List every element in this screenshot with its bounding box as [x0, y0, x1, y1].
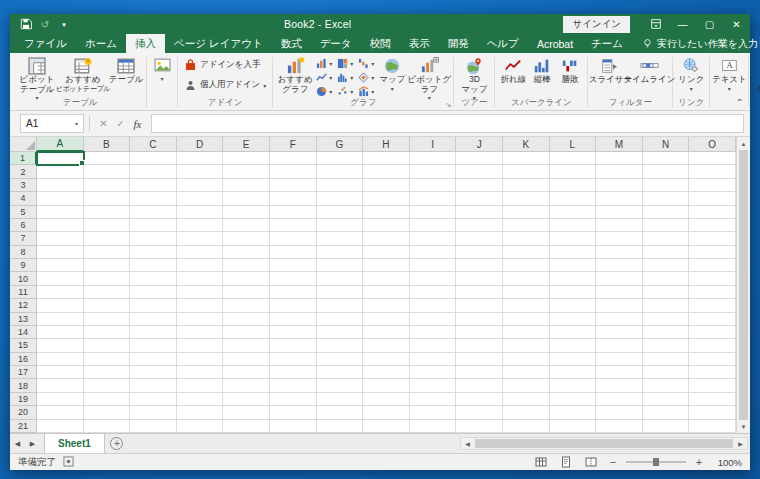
cell-J14[interactable]: [456, 326, 503, 339]
cell-D12[interactable]: [177, 299, 224, 312]
cell-F14[interactable]: [270, 326, 317, 339]
cell-N9[interactable]: [643, 259, 690, 272]
cell-A3[interactable]: [37, 179, 84, 192]
cell-B11[interactable]: [84, 286, 131, 299]
cell-L8[interactable]: [550, 246, 597, 259]
cell-J8[interactable]: [456, 246, 503, 259]
formula-input[interactable]: [151, 114, 744, 133]
scroll-right-icon[interactable]: ▶: [734, 440, 747, 447]
cell-A15[interactable]: [37, 339, 84, 352]
cell-N5[interactable]: [643, 206, 690, 219]
cell-I1[interactable]: [410, 152, 457, 165]
column-header-G[interactable]: G: [317, 137, 364, 152]
cell-K18[interactable]: [503, 379, 550, 392]
next-sheet-button[interactable]: ▶: [25, 434, 40, 453]
cell-J4[interactable]: [456, 192, 503, 205]
row-header-9[interactable]: 9: [10, 259, 37, 272]
cell-I18[interactable]: [410, 379, 457, 392]
maximize-button[interactable]: ▢: [696, 14, 723, 34]
cell-N20[interactable]: [643, 406, 690, 419]
cell-E15[interactable]: [223, 339, 270, 352]
cell-M6[interactable]: [596, 219, 643, 232]
cell-B12[interactable]: [84, 299, 131, 312]
row-header-1[interactable]: 1: [10, 152, 37, 165]
tab-team[interactable]: チーム: [582, 34, 632, 53]
cell-N7[interactable]: [643, 232, 690, 245]
row-header-2[interactable]: 2: [10, 165, 37, 178]
cell-N10[interactable]: [643, 272, 690, 285]
cell-M4[interactable]: [596, 192, 643, 205]
cell-L21[interactable]: [550, 420, 597, 433]
cell-I20[interactable]: [410, 406, 457, 419]
cell-E14[interactable]: [223, 326, 270, 339]
cell-M15[interactable]: [596, 339, 643, 352]
cell-C15[interactable]: [130, 339, 177, 352]
cell-I17[interactable]: [410, 366, 457, 379]
illustrations-button[interactable]: ▾: [150, 55, 174, 83]
tab-acrobat[interactable]: Acrobat: [528, 34, 582, 53]
page-break-preview-button[interactable]: [582, 456, 600, 468]
cell-J1[interactable]: [456, 152, 503, 165]
cell-E4[interactable]: [223, 192, 270, 205]
cell-C1[interactable]: [130, 152, 177, 165]
vertical-scrollbar[interactable]: ▲ ▼: [736, 137, 750, 433]
row-header-21[interactable]: 21: [10, 420, 37, 433]
cell-A18[interactable]: [37, 379, 84, 392]
cell-L4[interactable]: [550, 192, 597, 205]
cell-F4[interactable]: [270, 192, 317, 205]
cell-H19[interactable]: [363, 393, 410, 406]
row-header-16[interactable]: 16: [10, 353, 37, 366]
column-header-C[interactable]: C: [130, 137, 177, 152]
cell-L17[interactable]: [550, 366, 597, 379]
cell-C5[interactable]: [130, 206, 177, 219]
cell-H9[interactable]: [363, 259, 410, 272]
cell-M10[interactable]: [596, 272, 643, 285]
cell-O15[interactable]: [689, 339, 736, 352]
cell-D5[interactable]: [177, 206, 224, 219]
tab-view[interactable]: 表示: [400, 34, 439, 53]
cell-F3[interactable]: [270, 179, 317, 192]
sheet-tab-sheet1[interactable]: Sheet1: [44, 434, 105, 453]
column-header-H[interactable]: H: [363, 137, 410, 152]
cell-M20[interactable]: [596, 406, 643, 419]
cell-I5[interactable]: [410, 206, 457, 219]
cell-K6[interactable]: [503, 219, 550, 232]
cell-G16[interactable]: [317, 353, 364, 366]
cell-H2[interactable]: [363, 165, 410, 178]
zoom-slider[interactable]: [626, 461, 686, 463]
cell-G21[interactable]: [317, 420, 364, 433]
cell-D11[interactable]: [177, 286, 224, 299]
row-header-19[interactable]: 19: [10, 393, 37, 406]
cell-D4[interactable]: [177, 192, 224, 205]
row-header-7[interactable]: 7: [10, 232, 37, 245]
cell-L12[interactable]: [550, 299, 597, 312]
cell-A13[interactable]: [37, 313, 84, 326]
cell-B10[interactable]: [84, 272, 131, 285]
row-header-10[interactable]: 10: [10, 272, 37, 285]
page-layout-view-button[interactable]: [557, 456, 575, 468]
row-header-17[interactable]: 17: [10, 366, 37, 379]
cell-G19[interactable]: [317, 393, 364, 406]
cell-O11[interactable]: [689, 286, 736, 299]
cell-B17[interactable]: [84, 366, 131, 379]
cell-C14[interactable]: [130, 326, 177, 339]
column-header-I[interactable]: I: [410, 137, 457, 152]
cell-C16[interactable]: [130, 353, 177, 366]
cell-C4[interactable]: [130, 192, 177, 205]
cell-J9[interactable]: [456, 259, 503, 272]
cell-A4[interactable]: [37, 192, 84, 205]
cell-M2[interactable]: [596, 165, 643, 178]
cell-I12[interactable]: [410, 299, 457, 312]
cell-I11[interactable]: [410, 286, 457, 299]
cell-N17[interactable]: [643, 366, 690, 379]
cell-O21[interactable]: [689, 420, 736, 433]
cell-L7[interactable]: [550, 232, 597, 245]
cell-L1[interactable]: [550, 152, 597, 165]
cell-I16[interactable]: [410, 353, 457, 366]
cell-M21[interactable]: [596, 420, 643, 433]
cell-K13[interactable]: [503, 313, 550, 326]
cell-B16[interactable]: [84, 353, 131, 366]
cell-F2[interactable]: [270, 165, 317, 178]
timeline-button[interactable]: タイムライン: [629, 55, 669, 86]
cell-I14[interactable]: [410, 326, 457, 339]
